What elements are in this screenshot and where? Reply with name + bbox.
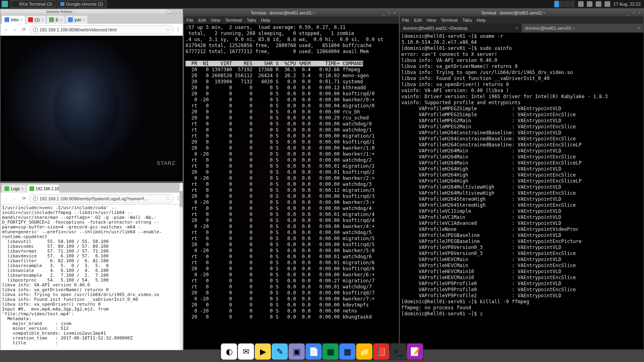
browser-tabs: Inbo×(1)×E×yuri× — [0, 14, 183, 24]
close-icon[interactable]: × — [637, 10, 642, 15]
tray-icon[interactable] — [605, 1, 610, 7]
browser-tab[interactable]: yuri× — [66, 16, 87, 24]
window-titlebar[interactable]: Terminal - dominic@hell01-serv01:~ _ □ × — [184, 9, 399, 16]
browser-window-logs: Logs×192.168.1.106:80× ← → ⟳ i192.168.1.… — [0, 183, 183, 350]
close-icon[interactable]: × — [392, 10, 397, 15]
window-title: Terminal - dominic@hell01-serv01:~ — [186, 11, 380, 15]
browser-tabs: Logs×192.168.1.106:80× — [0, 183, 183, 193]
minimize-icon[interactable]: _ — [626, 10, 631, 15]
menu-item[interactable]: View — [211, 18, 221, 23]
favicon-icon — [28, 17, 33, 22]
task-list: Xfce Terminal (2)Google-chrome (2) — [10, 0, 107, 8]
browser-window-video: Dominic Robins... _□× Inbo×(1)×E×yuri× ←… — [0, 9, 183, 182]
url-bar[interactable]: i192.168.1.106:8096/web/videoosd.html☆ — [29, 25, 173, 34]
close-tab-icon[interactable]: × — [21, 187, 24, 191]
dock-screenshot-icon[interactable]: ▣ — [289, 343, 305, 360]
close-tab-icon[interactable]: × — [516, 26, 518, 31]
forward-icon[interactable]: → — [12, 27, 18, 33]
maximize-icon[interactable]: □ — [387, 10, 392, 15]
close-tab-icon[interactable]: × — [83, 18, 85, 22]
menu-item[interactable]: File — [402, 18, 409, 23]
maximize-icon[interactable]: □ — [172, 10, 177, 14]
window-titlebar[interactable]: Terminal - dominic@hell01-serv01:~ _ □ × — [400, 9, 644, 16]
favicon-icon — [49, 17, 54, 22]
browser-tab[interactable]: Inbo× — [2, 16, 25, 24]
info-icon[interactable]: i — [33, 27, 38, 32]
favicon-icon — [4, 17, 9, 22]
tray-icon[interactable] — [587, 1, 592, 7]
dock: ◐✉▶✎▣📄▦▦📁📕>_📝 — [220, 343, 424, 360]
menu-item[interactable]: Edit — [198, 18, 206, 23]
info-icon[interactable]: i — [33, 196, 38, 201]
menu-icon[interactable]: ⋮ — [176, 27, 180, 32]
dock-media-icon[interactable]: ▶ — [255, 343, 271, 360]
menu-item[interactable]: Tabs — [247, 18, 256, 23]
menu-item[interactable]: View — [427, 18, 436, 23]
video-watermark: STARZ — [157, 160, 175, 166]
dock-sheets-icon[interactable]: ▦ — [322, 343, 339, 360]
terminal-tab[interactable]: dominic@hell01-serv01:~× — [522, 24, 644, 33]
dock-terminal-icon[interactable]: >_ — [390, 343, 406, 360]
reload-icon[interactable]: ⟳ — [21, 27, 27, 33]
menu-icon[interactable] — [2, 1, 8, 7]
menu-item[interactable]: File — [186, 18, 194, 23]
browser-toolbar: ← → ⟳ i192.168.1.106:8096/web/videoosd.h… — [0, 24, 183, 36]
browser-tab[interactable]: (1)× — [26, 16, 46, 24]
close-icon[interactable]: × — [178, 10, 183, 14]
terminal-menubar: FileEditViewTerminalTabsHelp — [184, 16, 399, 24]
menu-item[interactable]: Help — [477, 18, 486, 23]
dock-files-icon[interactable]: 📁 — [356, 343, 372, 360]
minimize-icon[interactable]: _ — [381, 10, 386, 15]
close-tab-icon[interactable]: × — [20, 18, 23, 22]
tray-icon[interactable] — [596, 1, 601, 7]
task-button[interactable]: Google-chrome (2) — [57, 0, 107, 8]
clock[interactable]: 17 Aug, 22:22 — [613, 2, 641, 6]
browser-tab[interactable]: 192.168.1.106:80× — [27, 185, 59, 193]
favicon-icon — [29, 186, 34, 191]
back-icon[interactable]: ← — [3, 195, 9, 202]
star-icon[interactable]: ☆ — [166, 27, 170, 32]
tray-icon[interactable] — [578, 1, 584, 7]
browser-tab[interactable]: Logs× — [2, 185, 26, 193]
window-titlebar[interactable]: Dominic Robins... _□× — [0, 9, 183, 14]
menu-item[interactable]: Edit — [414, 18, 422, 23]
panel-tray: 17 Aug, 22:22 — [554, 1, 644, 7]
terminal-output[interactable]: :57 up 5 min, 2 users, load average: 0.5… — [184, 24, 399, 350]
terminal-tabs: dominic@hell01-ws01:~/Desktop×dominic@he… — [400, 24, 644, 33]
dock-chrome-icon[interactable]: ◐ — [221, 343, 237, 360]
close-tab-icon[interactable]: × — [41, 18, 44, 22]
dock-editor-icon[interactable]: ✎ — [272, 343, 288, 360]
url-bar[interactable]: i192.168.1.106:8096/emby/System/Logs/Log… — [29, 194, 173, 203]
menu-item[interactable]: Help — [261, 18, 270, 23]
dock-docs-icon[interactable]: 📄 — [305, 343, 322, 360]
url-text: 192.168.1.106:8096/web/videoosd.html — [39, 27, 117, 32]
terminal-window-top: Terminal - dominic@hell01-serv01:~ _ □ ×… — [184, 9, 399, 350]
dock-calc-icon[interactable]: ▦ — [339, 343, 355, 360]
minimize-icon[interactable]: _ — [167, 10, 171, 14]
dock-gmail-icon[interactable]: ✉ — [238, 343, 254, 360]
terminal-output[interactable]: [dominic@hell01-serv01 ~]$ uname -r 3.10… — [400, 33, 644, 350]
forward-icon[interactable]: → — [12, 195, 18, 202]
terminal-menubar: FileEditViewTerminalTabsHelp — [400, 16, 644, 24]
window-title: Dominic Robins... — [46, 10, 75, 14]
menu-item[interactable]: Tabs — [462, 18, 472, 23]
star-icon[interactable]: ☆ — [166, 196, 170, 201]
video-player[interactable]: STARZ — [0, 36, 183, 181]
back-icon[interactable]: ← — [3, 27, 9, 33]
task-button[interactable]: Xfce Terminal (2) — [10, 0, 56, 8]
reload-icon[interactable]: ⟳ — [21, 195, 27, 202]
url-text: 192.168.1.106:8096/emby/System/Logs/Log?… — [39, 196, 148, 201]
log-content[interactable]: I/usr/include/nvenc -I/usr/include/cuda'… — [0, 205, 183, 350]
browser-tab[interactable]: E× — [47, 16, 65, 24]
scrollbar[interactable] — [180, 183, 183, 350]
favicon-icon — [68, 17, 73, 22]
dock-notes-icon[interactable]: 📝 — [407, 343, 423, 360]
terminal-tab[interactable]: dominic@hell01-ws01:~/Desktop× — [400, 24, 522, 33]
workspace-pager[interactable] — [554, 1, 575, 7]
close-tab-icon[interactable]: × — [638, 26, 640, 31]
menu-item[interactable]: Terminal — [225, 18, 242, 23]
dock-pdf-icon[interactable]: 📕 — [373, 343, 389, 360]
maximize-icon[interactable]: □ — [632, 10, 636, 15]
menu-item[interactable]: Terminal — [441, 18, 458, 23]
close-tab-icon[interactable]: × — [60, 18, 62, 22]
